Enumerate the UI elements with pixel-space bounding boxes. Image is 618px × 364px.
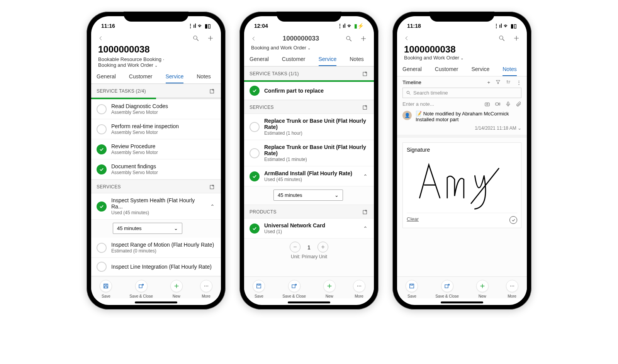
back-icon[interactable]	[404, 36, 409, 41]
search-icon[interactable]	[498, 35, 505, 42]
svg-rect-13	[139, 285, 142, 288]
tab-notes[interactable]: Notes	[197, 70, 211, 83]
check-circle[interactable]	[97, 164, 107, 174]
save-close-button[interactable]: Save & Close	[282, 280, 306, 298]
increment-button[interactable]: +	[317, 242, 328, 252]
status-right: ⋮ıl ᯤ ▮▯	[188, 23, 211, 29]
duration-select[interactable]: 45 minutes ⌄	[113, 223, 182, 234]
check-circle[interactable]	[97, 201, 107, 212]
chevron-down-icon[interactable]: ⌄	[518, 125, 521, 131]
save-button[interactable]: Save	[100, 280, 112, 298]
tab-customer[interactable]: Customer	[129, 70, 153, 83]
note-input[interactable]: Enter a note...	[402, 101, 434, 107]
service-row[interactable]: Replace Trunk or Base Unit (Flat Hourly …	[244, 140, 374, 166]
svg-point-17	[204, 286, 205, 286]
service-row[interactable]: Inspect System Health (Flat Hourly Ra...…	[91, 193, 221, 220]
save-close-button[interactable]: Save & Close	[435, 280, 459, 298]
tab-notes[interactable]: Notes	[350, 53, 364, 66]
add-subgrid-icon[interactable]	[362, 71, 368, 77]
unit-label: Unit: Primary Unit	[244, 254, 374, 262]
more-button[interactable]: More	[353, 280, 365, 298]
check-circle[interactable]	[97, 124, 107, 134]
search-icon[interactable]	[345, 35, 352, 42]
chevron-up-icon[interactable]: ⌃	[362, 173, 368, 179]
more-button[interactable]: More	[506, 280, 518, 298]
tab-service[interactable]: Service	[166, 70, 184, 83]
home-indicator[interactable]	[441, 301, 483, 303]
tab-general[interactable]: General	[250, 53, 269, 66]
add-subgrid-icon[interactable]	[209, 184, 216, 190]
new-button[interactable]: New	[170, 280, 183, 298]
plus-icon[interactable]: +	[487, 80, 490, 85]
tab-general[interactable]: General	[97, 70, 116, 83]
svg-point-51	[407, 91, 409, 94]
back-icon[interactable]	[98, 36, 104, 41]
add-subgrid-icon[interactable]	[362, 104, 368, 110]
save-button[interactable]: Save	[406, 280, 418, 298]
save-button[interactable]: Save	[253, 280, 265, 298]
add-subgrid-icon[interactable]	[209, 88, 216, 94]
home-indicator[interactable]	[288, 301, 330, 303]
timeline-entry[interactable]: 👤 📝 Note modified by Abraham McCormick I…	[397, 108, 527, 125]
check-circle[interactable]	[97, 262, 107, 272]
add-subgrid-icon[interactable]	[362, 209, 368, 215]
microphone-icon[interactable]	[505, 101, 511, 107]
more-vert-icon[interactable]: ⋮	[516, 80, 521, 85]
task-row[interactable]: Confirm part to replace	[244, 82, 374, 100]
chevron-up-icon[interactable]: ⌃	[209, 203, 216, 210]
check-circle[interactable]	[97, 104, 107, 114]
more-button[interactable]: More	[200, 280, 212, 298]
check-circle[interactable]	[250, 86, 260, 96]
form-selector[interactable]: Booking and Work Order	[402, 55, 521, 63]
filter-icon[interactable]	[496, 80, 501, 85]
task-row[interactable]: Document findingsAssembly Servo Motor	[91, 159, 221, 179]
home-indicator[interactable]	[135, 301, 177, 303]
check-circle[interactable]	[250, 223, 260, 234]
check-circle[interactable]	[97, 243, 107, 253]
product-row[interactable]: Universal Network CardUsed (1) ⌃	[244, 218, 374, 239]
duration-select[interactable]: 45 minutes ⌄	[273, 190, 343, 201]
check-circle[interactable]	[250, 171, 260, 181]
save-close-button[interactable]: Save & Close	[129, 280, 153, 298]
service-row[interactable]: ArmBand Install (Flat Hourly Rate)Used (…	[244, 166, 374, 186]
clear-signature-button[interactable]: Clear	[407, 216, 419, 224]
task-row[interactable]: Perform real-time inspectionAssembly Ser…	[91, 119, 221, 139]
video-icon[interactable]	[495, 101, 501, 107]
tab-service[interactable]: Service	[472, 63, 490, 76]
decrement-button[interactable]: −	[290, 242, 301, 252]
page-title: 1000000038	[402, 44, 521, 55]
back-icon[interactable]	[251, 36, 256, 41]
form-selector[interactable]: Booking and Work Order	[97, 62, 216, 70]
svg-line-43	[503, 39, 504, 41]
service-row[interactable]: Inspect Range of Motion (Flat Hourly Rat…	[91, 238, 221, 258]
search-icon[interactable]	[192, 35, 199, 42]
battery-icon: ▮▯	[205, 23, 211, 29]
camera-icon[interactable]	[484, 101, 490, 107]
chevron-up-icon[interactable]: ⌃	[362, 225, 368, 232]
check-circle[interactable]	[97, 144, 107, 154]
tab-general[interactable]: General	[402, 63, 422, 76]
add-icon[interactable]	[360, 35, 367, 42]
confirm-signature-button[interactable]	[509, 216, 517, 224]
signature-pad[interactable]	[407, 155, 517, 211]
new-button[interactable]: New	[476, 280, 489, 298]
form-selector[interactable]: Booking and Work Order	[250, 45, 368, 53]
svg-rect-4	[210, 90, 214, 93]
tab-notes[interactable]: Notes	[503, 63, 517, 76]
tab-customer[interactable]: Customer	[282, 53, 306, 66]
timeline-search[interactable]: Search timeline	[402, 88, 521, 98]
attach-icon[interactable]	[516, 101, 521, 107]
task-row[interactable]: Read Diagnostic CodesAssembly Servo Moto…	[91, 99, 221, 119]
tab-service[interactable]: Service	[319, 53, 337, 66]
add-icon[interactable]	[513, 35, 520, 42]
new-button[interactable]: New	[323, 280, 336, 298]
sort-icon[interactable]	[506, 80, 511, 85]
check-circle[interactable]	[250, 122, 260, 132]
service-row[interactable]: Inspect Line Integration (Flat Hourly Ra…	[91, 258, 221, 276]
tab-customer[interactable]: Customer	[435, 63, 458, 76]
service-row[interactable]: Replace Trunk or Base Unit (Flat Hourly …	[244, 114, 374, 140]
check-circle[interactable]	[250, 148, 260, 158]
add-icon[interactable]	[207, 35, 214, 42]
notch	[277, 12, 341, 22]
task-row[interactable]: Review ProcedureAssembly Servo Motor	[91, 139, 221, 159]
